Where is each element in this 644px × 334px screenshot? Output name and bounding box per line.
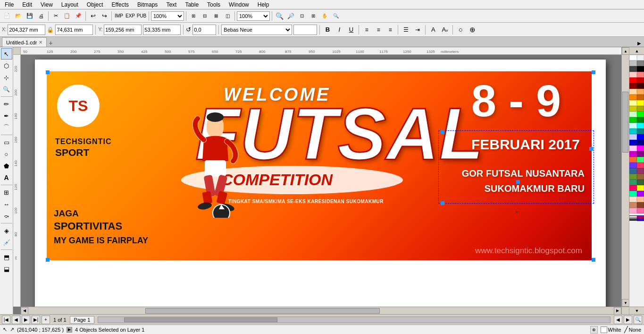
y-input[interactable]: 159,256 mm <box>104 25 142 35</box>
zoom-all-btn[interactable]: ⊞ <box>308 11 318 21</box>
page-tab[interactable]: Page 1 <box>70 316 95 324</box>
swatch-g3[interactable] <box>629 117 637 123</box>
menu-help[interactable]: Help <box>254 1 273 9</box>
zoom-tool[interactable]: 🔍 <box>1 84 12 95</box>
menu-window[interactable]: Window <box>225 1 253 9</box>
crop-tool[interactable]: ⊹ <box>1 72 12 83</box>
swatch-b3[interactable] <box>629 140 637 146</box>
swatch-b2[interactable] <box>637 134 644 140</box>
zoom-select[interactable]: 100% <box>151 11 184 21</box>
w-input[interactable]: 74,631 mm <box>55 25 93 35</box>
swatch-o1[interactable] <box>629 89 637 94</box>
tab-scroll-right[interactable]: ▶ <box>636 40 642 47</box>
bold-btn[interactable]: B <box>322 25 333 35</box>
nav-last-btn[interactable]: ▶| <box>32 316 40 324</box>
plus-btn[interactable]: ⊕ <box>467 25 477 35</box>
swatch-silver[interactable] <box>629 60 637 66</box>
swatch-grad1[interactable] <box>629 215 637 221</box>
hscroll-thumb[interactable] <box>145 308 379 314</box>
indent-btn[interactable]: ⇥ <box>412 25 423 35</box>
circle-btn[interactable]: ○ <box>455 25 466 35</box>
font-size-input[interactable] <box>293 25 317 35</box>
list-btn[interactable]: ☰ <box>401 25 411 35</box>
swatch-o4[interactable] <box>637 94 644 100</box>
smart-fill-tool[interactable]: ⬓ <box>1 263 12 274</box>
vscroll-up-btn[interactable]: ▲ <box>622 47 629 55</box>
vscroll-track[interactable] <box>622 55 629 299</box>
page-hscroll-thumb[interactable] <box>124 317 277 322</box>
more-btn[interactable]: Aᵥ <box>440 25 450 35</box>
guide-btn[interactable]: ⊠ <box>211 11 221 21</box>
underline-btn[interactable]: U <box>346 25 356 35</box>
swatch-x2[interactable] <box>637 157 644 163</box>
swatch-x10[interactable] <box>637 180 644 185</box>
zoom-select2[interactable]: 100% <box>237 11 270 21</box>
swatch-white[interactable] <box>629 55 637 60</box>
smart-draw-tool[interactable]: ✒ <box>1 110 12 121</box>
swatch-c4[interactable] <box>637 128 644 134</box>
swatch-bright4[interactable] <box>637 191 644 197</box>
swatch-x4[interactable] <box>637 163 644 168</box>
menu-text[interactable]: Text <box>162 1 180 9</box>
print-btn[interactable]: 🖨 <box>36 11 46 21</box>
swatch-grad2[interactable] <box>637 215 644 221</box>
swatch-y1[interactable] <box>629 100 637 106</box>
import-btn[interactable]: IMP <box>114 11 124 21</box>
zoom-page-btn[interactable]: 🔍 <box>331 11 341 21</box>
cut-btn[interactable]: ✂ <box>50 11 61 21</box>
swatch-m1[interactable] <box>629 146 637 151</box>
swatch-g2[interactable] <box>637 111 644 117</box>
swatch-g4[interactable] <box>637 117 644 123</box>
copy-btn[interactable]: 📋 <box>62 11 72 21</box>
hscroll-track[interactable] <box>28 308 614 314</box>
add-tab-btn[interactable]: + <box>47 39 54 47</box>
ellipse-tool[interactable]: ○ <box>1 148 12 160</box>
table-tool[interactable]: ⊞ <box>1 187 12 198</box>
open-btn[interactable]: 📂 <box>13 11 24 21</box>
swatch-x1[interactable] <box>629 157 637 163</box>
palette-scroll-down[interactable]: ▼ <box>629 307 644 314</box>
swatch-gray[interactable] <box>637 60 644 66</box>
swatch-bright2[interactable] <box>637 185 644 191</box>
hscroll-right[interactable]: ▶ <box>624 316 632 324</box>
menu-table[interactable]: Table <box>181 1 202 9</box>
freehand-tool[interactable]: ✏ <box>1 98 12 110</box>
swatch-g1[interactable] <box>629 111 637 117</box>
swatch-x3[interactable] <box>629 163 637 168</box>
menu-object[interactable]: Object <box>83 1 107 9</box>
zoom-in-btn[interactable]: 🔍 <box>274 11 284 21</box>
x-input[interactable]: 204,327 mm <box>8 25 45 35</box>
text-tool[interactable]: A <box>1 172 12 183</box>
canvas-scroll-area[interactable]: 50 125 200 275 350 425 500 575 650 725 8… <box>13 47 629 314</box>
swatch-y3[interactable] <box>629 106 637 111</box>
publish-btn[interactable]: PUB <box>136 11 147 21</box>
polygon-tool[interactable]: ⬟ <box>1 160 12 171</box>
swatch-r5[interactable] <box>629 83 637 89</box>
connector-tool[interactable]: ⤼ <box>1 210 12 222</box>
swatch-m3[interactable] <box>629 151 637 157</box>
swatch-r6[interactable] <box>637 83 644 89</box>
char-btn[interactable]: A <box>428 25 438 35</box>
swatch-x9[interactable] <box>629 180 637 185</box>
swatch-m4[interactable] <box>637 151 644 157</box>
canvas-inner[interactable]: TS TECHSIGNTIC SPORT WELCOME <box>21 55 621 307</box>
swatch-r1[interactable] <box>629 72 637 77</box>
swatch-y4[interactable] <box>637 106 644 111</box>
font-select[interactable]: Bebas Neue <box>221 25 292 35</box>
angle-input[interactable]: 0,0 <box>192 25 216 35</box>
swatch-c1[interactable] <box>629 123 637 128</box>
fill-indicator[interactable]: White <box>601 326 621 333</box>
swatch-darkgray[interactable] <box>629 66 637 72</box>
vscroll-down-btn[interactable]: ▼ <box>622 299 629 307</box>
grid-btn[interactable]: ⊟ <box>200 11 210 21</box>
swatch-r2[interactable] <box>637 72 644 77</box>
swatch-black[interactable] <box>637 66 644 72</box>
page-zoom-btn[interactable]: 🔍 <box>634 316 642 324</box>
vscroll-thumb[interactable] <box>622 92 628 153</box>
swatch-r3[interactable] <box>629 77 637 83</box>
paste-btn[interactable]: 📌 <box>73 11 84 21</box>
page-hscroll-track[interactable] <box>98 317 611 323</box>
swatch-bright3[interactable] <box>629 191 637 197</box>
new-btn[interactable]: 📄 <box>2 11 12 21</box>
zoom-out-btn[interactable]: 🔎 <box>285 11 296 21</box>
